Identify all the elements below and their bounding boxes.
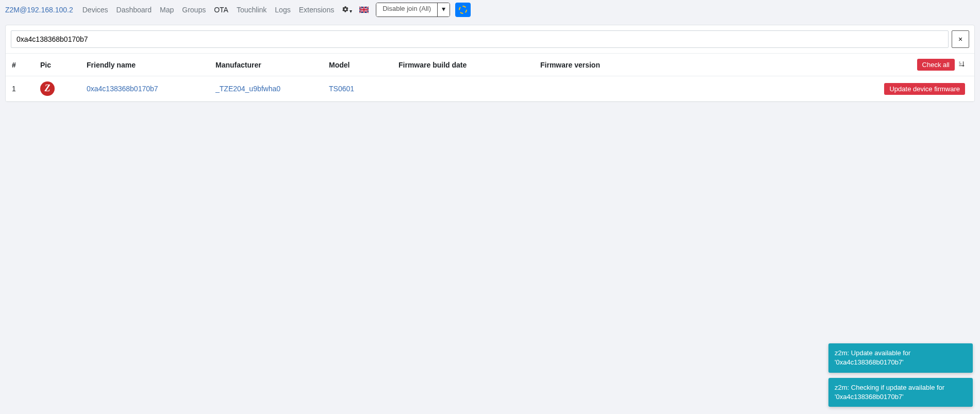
disable-join-label[interactable]: Disable join (All) [376,3,437,16]
row-pic: Z [34,76,80,102]
disable-join-button[interactable]: Disable join (All) ▾ [376,3,450,17]
table-row: 1 Z 0xa4c138368b0170b7 _TZE204_u9bfwha0 … [6,76,974,102]
nav-touchlink[interactable]: Touchlink [232,6,271,14]
nav-ota[interactable]: OTA [210,6,232,14]
model-link[interactable]: TS0601 [329,85,354,93]
col-model[interactable]: Model [323,54,392,76]
nav-map[interactable]: Map [156,6,178,14]
col-pic[interactable]: Pic [34,54,80,76]
nav-devices[interactable]: Devices [78,6,112,14]
col-index[interactable]: # [6,54,34,76]
check-all-button[interactable]: Check all [917,59,955,71]
status-spinner-button[interactable] [455,3,471,17]
brand-link[interactable]: Z2M@192.168.100.2 [5,6,73,14]
col-actions: Check all [660,54,974,76]
nav-logs[interactable]: Logs [271,6,294,14]
disable-join-caret[interactable]: ▾ [437,3,450,16]
spinner-icon [459,6,467,14]
devices-table: # Pic Friendly name Manufacturer Model F… [6,53,974,102]
nav-dashboard[interactable]: Dashboard [112,6,156,14]
clear-search-button[interactable]: × [952,30,969,48]
update-firmware-button[interactable]: Update device firmware [884,83,965,95]
col-friendly[interactable]: Friendly name [80,54,209,76]
gear-icon[interactable]: ▾ [341,6,352,14]
navbar: Z2M@192.168.100.2 Devices Dashboard Map … [0,0,980,20]
col-manufacturer[interactable]: Manufacturer [209,54,323,76]
language-flag-icon[interactable] [359,6,369,13]
nav-groups[interactable]: Groups [178,6,210,14]
fw-version [534,76,660,102]
ota-card: × # Pic Friendly name Manufacturer Model… [5,25,975,102]
build-date [392,76,534,102]
col-fw[interactable]: Firmware version [534,54,660,76]
row-index: 1 [6,76,34,102]
zigbee-icon: Z [40,81,55,96]
sort-icon[interactable] [958,60,965,69]
manufacturer-link[interactable]: _TZE204_u9bfwha0 [215,85,280,93]
friendly-name-link[interactable]: 0xa4c138368b0170b7 [87,85,158,93]
col-build[interactable]: Firmware build date [392,54,534,76]
nav-extensions[interactable]: Extensions [295,6,338,14]
search-input[interactable] [11,30,949,48]
